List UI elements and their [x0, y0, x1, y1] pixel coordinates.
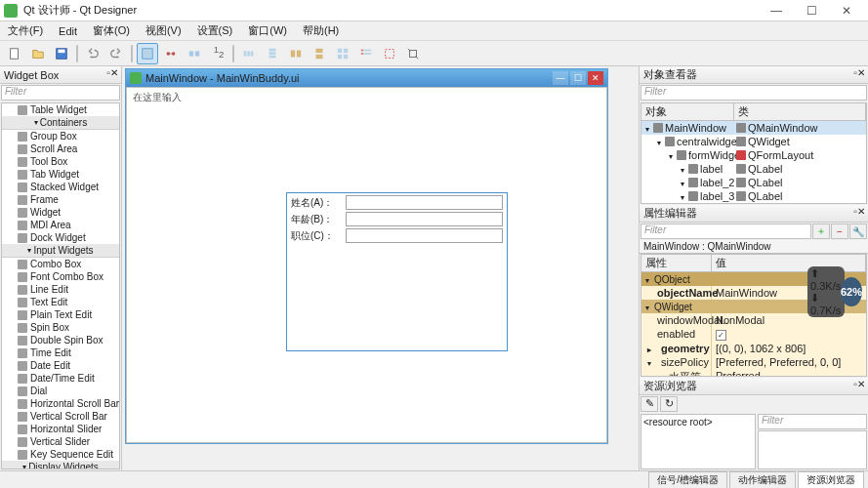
- mdi-max-button[interactable]: ☐: [570, 71, 586, 85]
- design-window-titlebar[interactable]: MainWindow - MainWinBuddy.ui — ☐ ✕: [126, 69, 607, 87]
- widget-item[interactable]: Vertical Scroll Bar: [2, 410, 119, 423]
- object-row[interactable]: label_2QLabel: [641, 176, 866, 189]
- name-field[interactable]: [346, 195, 503, 210]
- add-dynamic-prop-button[interactable]: ＋: [812, 224, 830, 239]
- col-object[interactable]: 对象: [641, 103, 734, 120]
- layout-h-button[interactable]: [238, 43, 260, 64]
- widget-box-filter[interactable]: Filter: [1, 85, 120, 101]
- widget-box-tree[interactable]: Table WidgetContainersGroup BoxScroll Ar…: [1, 102, 120, 469]
- edit-tab-order-button[interactable]: 12: [207, 43, 228, 64]
- layout-form-button[interactable]: [355, 43, 377, 64]
- object-inspector-filter[interactable]: Filter: [641, 85, 867, 101]
- widget-item[interactable]: MDI Area: [2, 219, 119, 231]
- widget-item[interactable]: Vertical Slider: [2, 435, 119, 448]
- object-inspector-close-icon[interactable]: ▫✕: [852, 67, 866, 81]
- break-layout-button[interactable]: [379, 43, 400, 64]
- object-row[interactable]: centralwidgetQWidget: [641, 135, 866, 148]
- widget-item[interactable]: Key Sequence Edit: [2, 448, 119, 461]
- widget-item[interactable]: Dock Widget: [2, 231, 119, 244]
- widget-item[interactable]: Tab Widget: [2, 168, 119, 181]
- widget-item[interactable]: Stacked Widget: [2, 181, 119, 193]
- mdi-close-button[interactable]: ✕: [588, 71, 603, 85]
- open-button[interactable]: [27, 43, 49, 64]
- reload-resources-button[interactable]: ↻: [660, 396, 678, 412]
- menu-edit[interactable]: Edit: [55, 24, 81, 38]
- widget-item[interactable]: Horizontal Scroll Bar: [2, 397, 119, 410]
- resource-tree[interactable]: <resource root>: [641, 414, 756, 469]
- redo-button[interactable]: [105, 43, 127, 64]
- edit-widgets-button[interactable]: [137, 43, 158, 64]
- widget-item[interactable]: Spin Box: [2, 321, 119, 334]
- widget-item[interactable]: Table Widget: [2, 103, 119, 116]
- widget-item[interactable]: Font Combo Box: [2, 270, 119, 283]
- widget-category[interactable]: Display Widgets: [2, 461, 119, 469]
- menu-window[interactable]: 窗口(W): [244, 22, 291, 39]
- maximize-button[interactable]: ☐: [794, 1, 829, 20]
- property-editor-close-icon[interactable]: ▫✕: [852, 206, 866, 220]
- object-row[interactable]: label_3QLabel: [641, 189, 866, 203]
- adjust-size-button[interactable]: [402, 43, 424, 64]
- remove-dynamic-prop-button[interactable]: −: [831, 224, 848, 239]
- property-row[interactable]: ▾sizePolicy[Preferred, Preferred, 0, 0]: [641, 355, 866, 369]
- resource-filter[interactable]: Filter: [758, 414, 867, 429]
- mdi-min-button[interactable]: —: [553, 71, 568, 85]
- widget-item[interactable]: Date Edit: [2, 359, 119, 372]
- menu-file[interactable]: 文件(F): [4, 22, 47, 39]
- property-filter[interactable]: Filter: [641, 224, 811, 239]
- widget-item[interactable]: Horizontal Slider: [2, 423, 119, 435]
- widget-item[interactable]: Combo Box: [2, 258, 119, 270]
- layout-grid-button[interactable]: [332, 43, 353, 64]
- design-canvas[interactable]: MainWindow - MainWinBuddy.ui — ☐ ✕ 在这里输入…: [122, 66, 639, 470]
- widget-item[interactable]: Line Edit: [2, 283, 119, 296]
- menu-form[interactable]: 窗体(O): [89, 22, 134, 39]
- layout-vsplit-button[interactable]: [309, 43, 330, 64]
- form-row[interactable]: 姓名(A)：: [291, 195, 503, 210]
- edit-buddies-button[interactable]: [184, 43, 205, 64]
- object-row[interactable]: formWidgetQFormLayout: [641, 148, 866, 162]
- form-row[interactable]: 职位(C)：: [291, 228, 503, 243]
- widget-item[interactable]: Double Spin Box: [2, 334, 119, 346]
- property-grid[interactable]: ⬆ 0.3K/s ⬇ 0.7K/s 62% 属性 值 QObjectobject…: [641, 254, 867, 377]
- tab-action-editor[interactable]: 动作编辑器: [729, 471, 796, 489]
- menu-settings[interactable]: 设置(S): [193, 22, 237, 39]
- object-row[interactable]: labelQLabel: [641, 162, 866, 176]
- menu-help[interactable]: 帮助(H): [299, 22, 343, 39]
- close-button[interactable]: ✕: [829, 1, 864, 20]
- col-property[interactable]: 属性: [641, 255, 712, 271]
- edit-signals-button[interactable]: [160, 43, 182, 64]
- design-window[interactable]: MainWindow - MainWinBuddy.ui — ☐ ✕ 在这里输入…: [125, 68, 608, 444]
- widget-item[interactable]: Scroll Area: [2, 142, 119, 155]
- widget-item[interactable]: Tool Box: [2, 155, 119, 168]
- menu-view[interactable]: 视图(V): [142, 22, 186, 39]
- widget-item[interactable]: Dial: [2, 385, 119, 397]
- object-inspector-tree[interactable]: 对象 类 MainWindowQMainWindowcentralwidgetQ…: [641, 102, 867, 204]
- new-button[interactable]: [4, 43, 25, 64]
- undo-button[interactable]: [82, 43, 103, 64]
- property-row[interactable]: 水平策略Preferred: [641, 369, 866, 377]
- position-field[interactable]: [346, 228, 503, 243]
- resource-preview[interactable]: [758, 430, 867, 469]
- widget-box-close-icon[interactable]: ▫✕: [105, 67, 119, 81]
- save-button[interactable]: [51, 43, 72, 64]
- form-surface[interactable]: 在这里输入 姓名(A)： 年龄(B)： 职位(C)：: [126, 87, 607, 443]
- widget-category[interactable]: Input Widgets: [2, 244, 119, 258]
- layout-hsplit-button[interactable]: [285, 43, 307, 64]
- edit-resources-button[interactable]: ✎: [641, 396, 658, 412]
- form-row[interactable]: 年龄(B)：: [291, 212, 503, 226]
- tab-resource-browser[interactable]: 资源浏览器: [798, 471, 864, 489]
- property-row[interactable]: enabled✓: [641, 327, 866, 342]
- col-class[interactable]: 类: [734, 103, 866, 120]
- widget-item[interactable]: Time Edit: [2, 346, 119, 359]
- widget-item[interactable]: Widget: [2, 206, 119, 219]
- prop-config-button[interactable]: 🔧: [849, 224, 867, 239]
- form-layout-selection[interactable]: 姓名(A)： 年龄(B)： 职位(C)：: [286, 192, 508, 351]
- menu-hint[interactable]: 在这里输入: [133, 91, 182, 104]
- minimize-button[interactable]: —: [759, 1, 794, 20]
- widget-item[interactable]: Date/Time Edit: [2, 372, 119, 385]
- widget-item[interactable]: Group Box: [2, 130, 119, 142]
- widget-item[interactable]: Frame: [2, 193, 119, 206]
- property-row[interactable]: ▸geometry[(0, 0), 1062 x 806]: [641, 342, 866, 355]
- tab-signal-slot-editor[interactable]: 信号/槽编辑器: [648, 471, 727, 489]
- widget-item[interactable]: Plain Text Edit: [2, 308, 119, 321]
- widget-category[interactable]: Containers: [2, 116, 119, 130]
